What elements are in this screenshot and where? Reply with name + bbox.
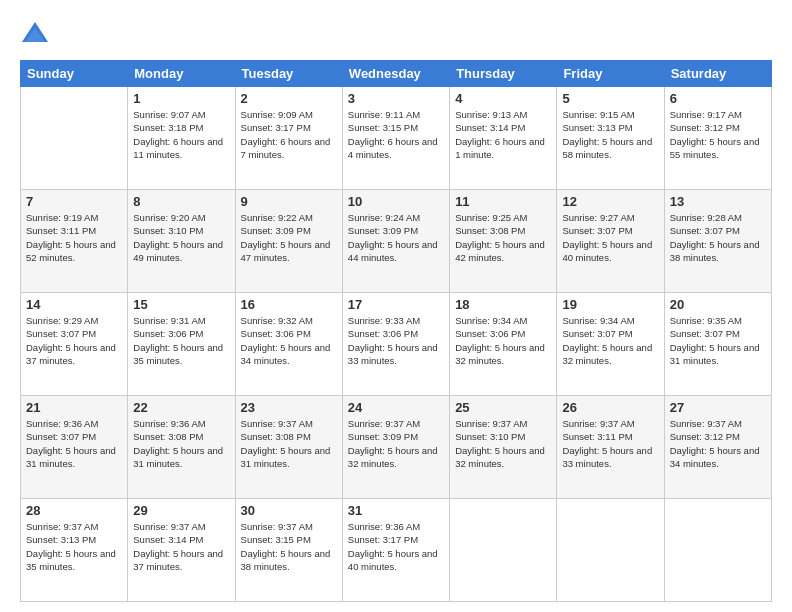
calendar-cell: 14 Sunrise: 9:29 AM Sunset: 3:07 PM Dayl…: [21, 293, 128, 396]
day-number: 6: [670, 91, 766, 106]
calendar-header: SundayMondayTuesdayWednesdayThursdayFrid…: [21, 61, 772, 87]
day-number: 10: [348, 194, 444, 209]
sunrise: Sunrise: 9:37 AM: [455, 418, 527, 429]
sunset: Sunset: 3:08 PM: [133, 431, 203, 442]
sunset: Sunset: 3:14 PM: [455, 122, 525, 133]
calendar-cell: 7 Sunrise: 9:19 AM Sunset: 3:11 PM Dayli…: [21, 190, 128, 293]
sunrise: Sunrise: 9:37 AM: [670, 418, 742, 429]
sunrise: Sunrise: 9:36 AM: [133, 418, 205, 429]
daylight: Daylight: 5 hours and 38 minutes.: [670, 239, 760, 263]
calendar-cell: 29 Sunrise: 9:37 AM Sunset: 3:14 PM Dayl…: [128, 499, 235, 602]
day-number: 24: [348, 400, 444, 415]
sunset: Sunset: 3:07 PM: [26, 328, 96, 339]
cell-info: Sunrise: 9:29 AM Sunset: 3:07 PM Dayligh…: [26, 314, 122, 367]
sunset: Sunset: 3:07 PM: [26, 431, 96, 442]
calendar-cell: [21, 87, 128, 190]
sunrise: Sunrise: 9:37 AM: [348, 418, 420, 429]
sunset: Sunset: 3:09 PM: [348, 431, 418, 442]
cell-info: Sunrise: 9:36 AM Sunset: 3:07 PM Dayligh…: [26, 417, 122, 470]
daylight: Daylight: 5 hours and 31 minutes.: [26, 445, 116, 469]
day-number: 26: [562, 400, 658, 415]
sunrise: Sunrise: 9:37 AM: [241, 418, 313, 429]
calendar-cell: 31 Sunrise: 9:36 AM Sunset: 3:17 PM Dayl…: [342, 499, 449, 602]
calendar-cell: 15 Sunrise: 9:31 AM Sunset: 3:06 PM Dayl…: [128, 293, 235, 396]
sunset: Sunset: 3:17 PM: [348, 534, 418, 545]
daylight: Daylight: 5 hours and 40 minutes.: [348, 548, 438, 572]
sunrise: Sunrise: 9:13 AM: [455, 109, 527, 120]
daylight: Daylight: 5 hours and 37 minutes.: [133, 548, 223, 572]
sunrise: Sunrise: 9:34 AM: [455, 315, 527, 326]
daylight: Daylight: 5 hours and 35 minutes.: [26, 548, 116, 572]
logo: [20, 20, 54, 50]
day-number: 30: [241, 503, 337, 518]
cell-info: Sunrise: 9:11 AM Sunset: 3:15 PM Dayligh…: [348, 108, 444, 161]
daylight: Daylight: 6 hours and 4 minutes.: [348, 136, 438, 160]
cell-info: Sunrise: 9:35 AM Sunset: 3:07 PM Dayligh…: [670, 314, 766, 367]
cell-info: Sunrise: 9:37 AM Sunset: 3:14 PM Dayligh…: [133, 520, 229, 573]
sunset: Sunset: 3:12 PM: [670, 431, 740, 442]
page: SundayMondayTuesdayWednesdayThursdayFrid…: [0, 0, 792, 612]
calendar-cell: 19 Sunrise: 9:34 AM Sunset: 3:07 PM Dayl…: [557, 293, 664, 396]
day-number: 2: [241, 91, 337, 106]
calendar-week-row: 28 Sunrise: 9:37 AM Sunset: 3:13 PM Dayl…: [21, 499, 772, 602]
calendar-cell: 23 Sunrise: 9:37 AM Sunset: 3:08 PM Dayl…: [235, 396, 342, 499]
sunrise: Sunrise: 9:37 AM: [133, 521, 205, 532]
calendar-cell: 5 Sunrise: 9:15 AM Sunset: 3:13 PM Dayli…: [557, 87, 664, 190]
sunrise: Sunrise: 9:24 AM: [348, 212, 420, 223]
daylight: Daylight: 5 hours and 32 minutes.: [455, 342, 545, 366]
day-number: 16: [241, 297, 337, 312]
sunrise: Sunrise: 9:25 AM: [455, 212, 527, 223]
header-row: SundayMondayTuesdayWednesdayThursdayFrid…: [21, 61, 772, 87]
sunrise: Sunrise: 9:33 AM: [348, 315, 420, 326]
calendar-table: SundayMondayTuesdayWednesdayThursdayFrid…: [20, 60, 772, 602]
sunrise: Sunrise: 9:27 AM: [562, 212, 634, 223]
daylight: Daylight: 6 hours and 7 minutes.: [241, 136, 331, 160]
cell-info: Sunrise: 9:20 AM Sunset: 3:10 PM Dayligh…: [133, 211, 229, 264]
cell-info: Sunrise: 9:13 AM Sunset: 3:14 PM Dayligh…: [455, 108, 551, 161]
day-number: 1: [133, 91, 229, 106]
sunrise: Sunrise: 9:09 AM: [241, 109, 313, 120]
day-number: 9: [241, 194, 337, 209]
sunset: Sunset: 3:13 PM: [562, 122, 632, 133]
sunset: Sunset: 3:12 PM: [670, 122, 740, 133]
daylight: Daylight: 5 hours and 34 minutes.: [241, 342, 331, 366]
calendar-cell: 12 Sunrise: 9:27 AM Sunset: 3:07 PM Dayl…: [557, 190, 664, 293]
daylight: Daylight: 5 hours and 31 minutes.: [670, 342, 760, 366]
sunset: Sunset: 3:17 PM: [241, 122, 311, 133]
sunrise: Sunrise: 9:11 AM: [348, 109, 420, 120]
daylight: Daylight: 5 hours and 31 minutes.: [241, 445, 331, 469]
calendar-cell: 9 Sunrise: 9:22 AM Sunset: 3:09 PM Dayli…: [235, 190, 342, 293]
sunset: Sunset: 3:06 PM: [241, 328, 311, 339]
sunrise: Sunrise: 9:37 AM: [26, 521, 98, 532]
day-number: 15: [133, 297, 229, 312]
weekday-header: Monday: [128, 61, 235, 87]
cell-info: Sunrise: 9:36 AM Sunset: 3:08 PM Dayligh…: [133, 417, 229, 470]
day-number: 11: [455, 194, 551, 209]
cell-info: Sunrise: 9:37 AM Sunset: 3:10 PM Dayligh…: [455, 417, 551, 470]
day-number: 7: [26, 194, 122, 209]
calendar-cell: 17 Sunrise: 9:33 AM Sunset: 3:06 PM Dayl…: [342, 293, 449, 396]
sunset: Sunset: 3:11 PM: [562, 431, 632, 442]
sunrise: Sunrise: 9:32 AM: [241, 315, 313, 326]
cell-info: Sunrise: 9:19 AM Sunset: 3:11 PM Dayligh…: [26, 211, 122, 264]
sunset: Sunset: 3:08 PM: [455, 225, 525, 236]
sunset: Sunset: 3:07 PM: [562, 328, 632, 339]
sunrise: Sunrise: 9:28 AM: [670, 212, 742, 223]
daylight: Daylight: 5 hours and 40 minutes.: [562, 239, 652, 263]
calendar-cell: 4 Sunrise: 9:13 AM Sunset: 3:14 PM Dayli…: [450, 87, 557, 190]
day-number: 5: [562, 91, 658, 106]
calendar-cell: 6 Sunrise: 9:17 AM Sunset: 3:12 PM Dayli…: [664, 87, 771, 190]
day-number: 27: [670, 400, 766, 415]
day-number: 20: [670, 297, 766, 312]
sunset: Sunset: 3:08 PM: [241, 431, 311, 442]
calendar-cell: 11 Sunrise: 9:25 AM Sunset: 3:08 PM Dayl…: [450, 190, 557, 293]
calendar-cell: [557, 499, 664, 602]
cell-info: Sunrise: 9:09 AM Sunset: 3:17 PM Dayligh…: [241, 108, 337, 161]
day-number: 25: [455, 400, 551, 415]
day-number: 28: [26, 503, 122, 518]
calendar-cell: 21 Sunrise: 9:36 AM Sunset: 3:07 PM Dayl…: [21, 396, 128, 499]
weekday-header: Thursday: [450, 61, 557, 87]
daylight: Daylight: 5 hours and 33 minutes.: [348, 342, 438, 366]
sunrise: Sunrise: 9:19 AM: [26, 212, 98, 223]
day-number: 18: [455, 297, 551, 312]
